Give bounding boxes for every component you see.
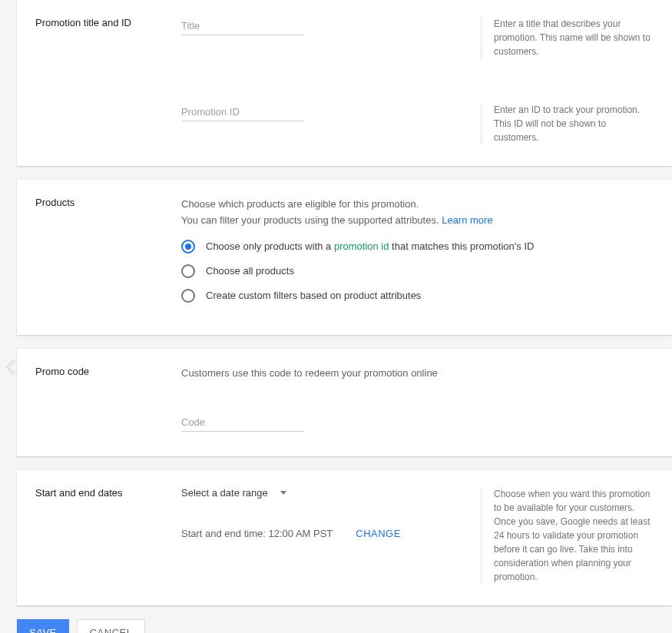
radio-icon xyxy=(181,240,195,254)
radio-icon xyxy=(181,264,195,278)
title-help-text: Enter a title that describes your promot… xyxy=(481,17,654,58)
chevron-left-icon xyxy=(3,358,17,376)
promo-code-section-label: Promo code xyxy=(35,366,181,377)
radio-option-all-products[interactable]: Choose all products xyxy=(181,264,654,278)
radio-icon xyxy=(181,289,195,303)
start-end-time-label: Start and end time: 12:00 AM PST xyxy=(181,528,333,539)
promo-code-input[interactable] xyxy=(181,413,304,432)
radio-label: Choose only products with a promotion id… xyxy=(206,240,534,252)
products-section-label: Products xyxy=(35,197,181,208)
title-input[interactable] xyxy=(181,17,304,35)
dates-section-label: Start and end dates xyxy=(35,487,181,499)
title-id-section-label: Promotion title and ID xyxy=(35,17,181,28)
chevron-down-icon xyxy=(280,491,286,495)
radio-option-promotion-id[interactable]: Choose only products with a promotion id… xyxy=(181,240,654,254)
radio-option-custom-filters[interactable]: Create custom filters based on product a… xyxy=(181,289,654,303)
products-radio-group: Choose only products with a promotion id… xyxy=(181,240,654,303)
action-bar: SAVE CANCEL xyxy=(0,619,672,633)
dates-help-text: Choose when you want this promotion to b… xyxy=(481,487,654,584)
date-range-select-label: Select a date range xyxy=(181,487,268,499)
promotion-form-page: Promotion title and ID Enter a title tha… xyxy=(0,0,672,633)
promo-code-card: Promo code Customers use this code to re… xyxy=(17,349,672,457)
promotion-id-input[interactable] xyxy=(181,103,304,121)
promo-code-desc: Customers use this code to redeem your p… xyxy=(181,366,654,382)
products-card: Products Choose which products are eligi… xyxy=(17,180,672,335)
radio-label: Create custom filters based on product a… xyxy=(206,290,421,301)
date-range-select[interactable]: Select a date range xyxy=(181,487,286,499)
dates-card: Start and end dates Select a date range … xyxy=(17,470,672,605)
cancel-button[interactable]: CANCEL xyxy=(77,619,146,633)
radio-label: Choose all products xyxy=(206,265,294,277)
products-desc-1: Choose which products are eligible for t… xyxy=(181,197,654,213)
products-desc-2: You can filter your products using the s… xyxy=(181,213,654,229)
promotion-id-help-text: Enter an ID to track your promotion. Thi… xyxy=(481,103,654,144)
title-id-card: Promotion title and ID Enter a title tha… xyxy=(17,0,672,166)
save-button[interactable]: SAVE xyxy=(17,619,69,633)
change-time-link[interactable]: CHANGE xyxy=(356,528,401,539)
learn-more-link[interactable]: Learn more xyxy=(442,214,492,226)
